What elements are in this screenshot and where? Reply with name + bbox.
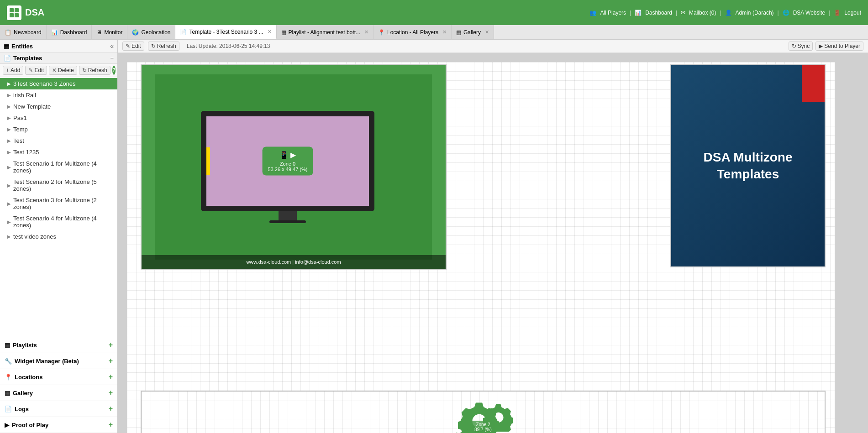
template-item-6[interactable]: ▶ Test 1235 xyxy=(0,146,117,158)
logout-link[interactable]: Logout xyxy=(844,10,861,16)
geolocation-icon: 🌍 xyxy=(132,29,139,36)
mailbox-icon: ✉ xyxy=(681,10,685,16)
tab-geolocation[interactable]: 🌍 Geolocation xyxy=(127,25,175,39)
tab-template[interactable]: 📄 Template - 3Test Scenario 3 ... ✕ xyxy=(175,25,276,39)
content-refresh-icon: ↻ xyxy=(151,43,156,49)
tab-gallery-close[interactable]: ✕ xyxy=(485,29,489,35)
zone1-dimensions: 53.26 x 49.47 (%) xyxy=(268,167,308,172)
locations-icon: 📍 xyxy=(5,374,12,381)
template-item-5[interactable]: ▶ Test xyxy=(0,135,117,146)
template-item-4[interactable]: ▶ Temp xyxy=(0,124,117,135)
sidebar-item-playlists[interactable]: ▦ Playlists + xyxy=(0,337,117,353)
svg-rect-3 xyxy=(15,13,19,17)
add-button[interactable]: + Add xyxy=(3,66,23,75)
template-item-11[interactable]: ▶ test video zones xyxy=(0,231,117,242)
gallery-icon: ▦ xyxy=(5,390,10,396)
yellow-bar xyxy=(206,147,210,175)
dsa-website-link[interactable]: DSA Website xyxy=(793,10,825,16)
template-item-8[interactable]: ▶ Test Scenario 2 for Multizone (5 zones… xyxy=(0,176,117,194)
app-title: DSA xyxy=(25,7,44,18)
playlists-add-button[interactable]: + xyxy=(109,341,113,349)
templates-title: 📄 Templates xyxy=(4,55,42,62)
template-item-10[interactable]: ▶ Test Scenario 4 for Multizone (4 zones… xyxy=(0,213,117,231)
tab-template-close[interactable]: ✕ xyxy=(268,29,272,35)
template-icon: 📄 xyxy=(180,29,187,35)
template-item-3[interactable]: ▶ Pav1 xyxy=(0,112,117,124)
zone1-label: Zone 0 xyxy=(268,161,308,167)
tree-arrow-3: ▶ xyxy=(7,115,11,120)
sync-icon: ↻ xyxy=(792,43,796,49)
zone-bottom[interactable]: Zone 2 89.7 (%) xyxy=(141,391,826,433)
templates-tree-list: ▶ 3Test Scenario 3 Zones ▶ irish Rail ▶ … xyxy=(0,77,117,337)
sidebar-item-locations[interactable]: 📍 Locations + xyxy=(0,369,117,385)
widget-manager-icon: 🔧 xyxy=(5,358,12,365)
gears-container: Zone 2 89.7 (%) xyxy=(451,400,515,433)
bottom-nav: ▦ Playlists + 🔧 Widget Manager (Beta) + … xyxy=(0,337,117,433)
tab-location-close[interactable]: ✕ xyxy=(442,29,447,35)
entities-title: ▦ Entities xyxy=(4,43,33,50)
templates-collapse-button[interactable]: − xyxy=(110,55,114,62)
mailbox-link[interactable]: Mailbox (0) xyxy=(689,10,716,16)
proof-of-play-add-button[interactable]: + xyxy=(109,421,113,429)
sidebar-item-gallery[interactable]: ▦ Gallery + xyxy=(0,385,117,401)
content-toolbar: ✎ Edit ↻ Refresh Last Update: 2018-06-25… xyxy=(118,40,868,53)
sidebar: ▦ Entities « 📄 Templates − + Add ✎ Edit xyxy=(0,40,118,433)
zone-top-inner: 📱 ▶ Zone 0 53.26 x 49.47 (%) xyxy=(155,74,432,260)
red-corner xyxy=(802,65,825,102)
template-item-7[interactable]: ▶ Test Scenario 1 for Multizone (4 zones… xyxy=(0,158,117,176)
tab-playlist[interactable]: ▦ Playlist - Alignment test bott... ✕ xyxy=(277,25,374,39)
sidebar-item-proof-of-play[interactable]: ▶ Proof of Play + xyxy=(0,417,117,433)
sidebar-item-widget-manager[interactable]: 🔧 Widget Manager (Beta) + xyxy=(0,353,117,369)
template-item-9[interactable]: ▶ Test Scenario 3 for Multizone (2 zones… xyxy=(0,194,117,213)
template-item-1[interactable]: ▶ irish Rail xyxy=(0,89,117,101)
tab-location[interactable]: 📍 Location - All Players ✕ xyxy=(374,25,452,39)
tree-arrow-11: ▶ xyxy=(7,234,11,239)
playlists-icon: ▦ xyxy=(5,342,10,349)
tree-arrow-9: ▶ xyxy=(7,201,11,206)
template-item-2[interactable]: ▶ New Template xyxy=(0,101,117,112)
template-item-0[interactable]: ▶ 3Test Scenario 3 Zones xyxy=(0,78,117,89)
locations-add-button[interactable]: + xyxy=(109,373,113,381)
content-edit-button[interactable]: ✎ Edit xyxy=(122,42,144,51)
all-players-link[interactable]: All Players xyxy=(600,10,626,16)
tab-gallery[interactable]: ▦ Gallery ✕ xyxy=(452,25,494,39)
tab-playlist-close[interactable]: ✕ xyxy=(364,29,368,35)
tree-arrow-4: ▶ xyxy=(7,127,11,132)
dsa-panel[interactable]: DSA Multizone Templates xyxy=(670,64,826,267)
tab-monitor[interactable]: 🖥 Monitor xyxy=(92,25,127,39)
header-nav: 👥 All Players | 📊 Dashboard | ✉ Mailbox … xyxy=(589,10,861,16)
send-to-player-button[interactable]: ▶ Send to Player xyxy=(815,42,863,51)
app-logo: DSA xyxy=(7,5,44,20)
refresh-sidebar-button[interactable]: ↻ Refresh xyxy=(79,66,110,75)
tab-newsboard[interactable]: 📋 Newsboard xyxy=(0,25,47,39)
gallery-add-button[interactable]: + xyxy=(109,389,113,397)
bottom-strip: www.dsa-cloud.com | info@dsa-cloud.com xyxy=(142,255,446,269)
delete-button[interactable]: ✕ Delete xyxy=(49,66,77,75)
monitor-stand xyxy=(279,211,297,220)
sidebar-item-logs[interactable]: 📄 Logs + xyxy=(0,401,117,417)
templates-section-header: 📄 Templates − xyxy=(0,53,117,64)
zone-top[interactable]: 📱 ▶ Zone 0 53.26 x 49.47 (%) xyxy=(141,64,447,270)
delete-icon: ✕ xyxy=(52,67,57,73)
sidebar-collapse-button[interactable]: « xyxy=(110,42,114,50)
content-refresh-button[interactable]: ↻ Refresh xyxy=(148,42,179,51)
tree-arrow-5: ▶ xyxy=(7,138,11,143)
sync-button[interactable]: ↻ Sync xyxy=(789,42,813,51)
main-layout: ▦ Entities « 📄 Templates − + Add ✎ Edit xyxy=(0,40,868,433)
edit-button[interactable]: ✎ Edit xyxy=(25,66,47,75)
sidebar-header: ▦ Entities « xyxy=(0,40,117,53)
logs-add-button[interactable]: + xyxy=(109,405,113,413)
dashboard-icon: 📊 xyxy=(635,10,642,16)
zone-overlay: 📱 ▶ Zone 0 53.26 x 49.47 (%) xyxy=(263,147,313,176)
tab-dashboard[interactable]: 📊 Dashboard xyxy=(47,25,92,39)
dashboard-link[interactable]: Dashboard xyxy=(645,10,672,16)
logout-icon: 🚪 xyxy=(834,10,841,16)
dashboard-tab-icon: 📊 xyxy=(51,29,58,36)
widget-manager-add-button[interactable]: + xyxy=(109,357,113,365)
top-header: DSA 👥 All Players | 📊 Dashboard | ✉ Mail… xyxy=(0,0,868,25)
tree-arrow-1: ▶ xyxy=(7,93,11,98)
canvas-area[interactable]: 📱 ▶ Zone 0 53.26 x 49.47 (%) xyxy=(118,53,868,433)
monitor-icon: 🖥 xyxy=(96,29,102,36)
help-button[interactable]: ? xyxy=(112,66,116,75)
admin-link[interactable]: Admin (Darach) xyxy=(736,10,774,16)
